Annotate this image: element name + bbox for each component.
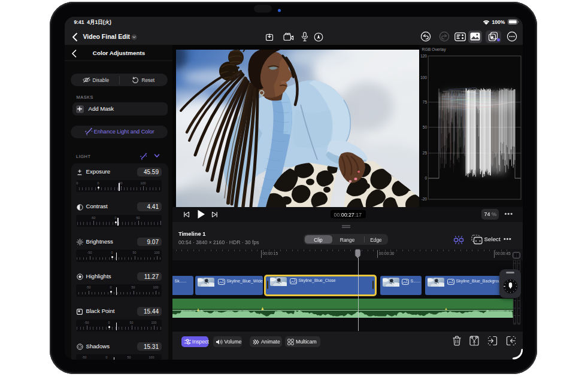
svg-text:-20: -20: [422, 197, 428, 201]
svg-text:120: 120: [420, 53, 427, 57]
svg-text:25: 25: [423, 151, 428, 155]
svg-text:75: 75: [423, 100, 428, 104]
svg-text:100: 100: [420, 75, 427, 80]
svg-text:50: 50: [423, 125, 428, 129]
svg-text:0: 0: [425, 176, 427, 180]
